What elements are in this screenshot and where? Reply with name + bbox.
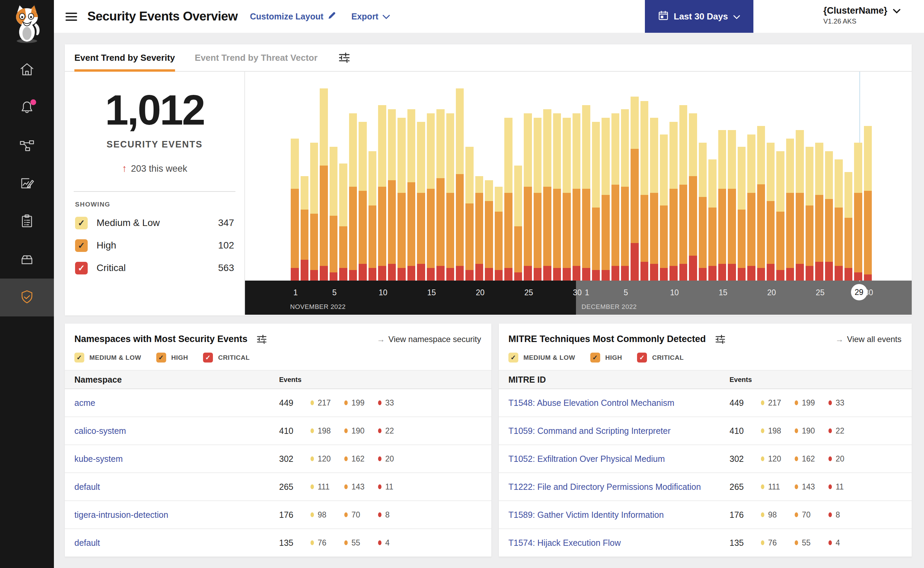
- bar-nov-17[interactable]: [446, 72, 456, 281]
- bar-dec-7[interactable]: [641, 72, 650, 281]
- checkbox-checked[interactable]: ✓: [156, 353, 166, 363]
- bar-dec-11[interactable]: [679, 72, 689, 281]
- filter-legend-item[interactable]: ✓MEDIUM & LOW: [508, 353, 575, 363]
- tab-event-trend-by-threat-vector[interactable]: Event Trend by Threat Vector: [195, 44, 318, 71]
- chart-settings-icon[interactable]: [338, 52, 350, 63]
- bar-nov-21[interactable]: [485, 72, 494, 281]
- mitre-technique-link[interactable]: T1589: Gather Victim Identity Informatio…: [508, 510, 730, 520]
- sidebar-item-compliance[interactable]: [0, 203, 54, 241]
- sidebar-item-alerts[interactable]: [0, 89, 54, 127]
- checkbox-checked[interactable]: ✓: [590, 353, 600, 363]
- bar-nov-5[interactable]: [330, 72, 339, 281]
- bar-nov-8[interactable]: [359, 72, 368, 281]
- filter-legend-item[interactable]: ✓CRITICAL: [637, 353, 684, 363]
- bar-dec-20[interactable]: [767, 72, 776, 281]
- bar-nov-27[interactable]: [543, 72, 553, 281]
- bar-nov-20[interactable]: [475, 72, 485, 281]
- filter-legend-item[interactable]: ✓HIGH: [590, 353, 623, 363]
- severity-legend-item[interactable]: ✓Critical563: [75, 260, 234, 276]
- checkbox-checked[interactable]: ✓: [75, 239, 88, 252]
- bar-nov-15[interactable]: [427, 72, 436, 281]
- namespace-link[interactable]: calico-system: [74, 426, 279, 436]
- bar-nov-3[interactable]: [310, 72, 320, 281]
- bar-dec-29[interactable]: [854, 72, 864, 281]
- bar-dec-6[interactable]: [630, 72, 640, 281]
- filter-legend-item[interactable]: ✓MEDIUM & LOW: [74, 353, 141, 363]
- bar-nov-9[interactable]: [368, 72, 378, 281]
- bar-nov-24[interactable]: [514, 72, 524, 281]
- checkbox-checked[interactable]: ✓: [74, 353, 84, 363]
- namespace-link[interactable]: default: [74, 482, 279, 492]
- bar-nov-2[interactable]: [301, 72, 310, 281]
- bar-nov-18[interactable]: [456, 72, 466, 281]
- calico-cat-logo[interactable]: [0, 0, 54, 51]
- bar-dec-4[interactable]: [612, 72, 621, 281]
- checkbox-checked[interactable]: ✓: [508, 353, 518, 363]
- bar-dec-26[interactable]: [825, 72, 835, 281]
- axis-tick-highlighted[interactable]: 29: [851, 284, 867, 301]
- bar-nov-16[interactable]: [436, 72, 446, 281]
- bar-nov-11[interactable]: [388, 72, 398, 281]
- namespaces-settings-icon[interactable]: [256, 334, 267, 344]
- bar-nov-7[interactable]: [349, 72, 359, 281]
- export-button[interactable]: Export: [351, 12, 390, 21]
- bar-dec-14[interactable]: [708, 72, 718, 281]
- bar-dec-1[interactable]: [582, 72, 592, 281]
- bar-dec-9[interactable]: [660, 72, 669, 281]
- bar-dec-12[interactable]: [689, 72, 698, 281]
- view-all-events-link[interactable]: → View all events: [835, 334, 901, 344]
- bar-nov-4[interactable]: [320, 72, 329, 281]
- bar-nov-29[interactable]: [563, 72, 572, 281]
- view-namespace-security-link[interactable]: → View namespace security: [377, 334, 481, 344]
- bar-nov-23[interactable]: [504, 72, 514, 281]
- tab-event-trend-by-severity[interactable]: Event Trend by Severity: [74, 44, 175, 71]
- bar-dec-13[interactable]: [699, 72, 708, 281]
- bar-dec-27[interactable]: [835, 72, 844, 281]
- bar-dec-15[interactable]: [718, 72, 728, 281]
- mitre-technique-link[interactable]: T1574: Hijack Execution Flow: [508, 538, 730, 548]
- bar-dec-16[interactable]: [728, 72, 737, 281]
- bar-dec-23[interactable]: [796, 72, 805, 281]
- bar-dec-8[interactable]: [650, 72, 660, 281]
- bar-nov-6[interactable]: [339, 72, 349, 281]
- bar-dec-21[interactable]: [776, 72, 786, 281]
- bar-nov-14[interactable]: [417, 72, 427, 281]
- date-range-button[interactable]: Last 30 Days: [645, 0, 754, 33]
- sidebar-item-topology[interactable]: [0, 127, 54, 165]
- bar-nov-25[interactable]: [524, 72, 533, 281]
- bar-dec-19[interactable]: [757, 72, 767, 281]
- mitre-settings-icon[interactable]: [715, 334, 726, 344]
- bar-dec-24[interactable]: [806, 72, 815, 281]
- stacked-bars[interactable]: [291, 72, 873, 281]
- bar-dec-5[interactable]: [621, 72, 630, 281]
- filter-legend-item[interactable]: ✓HIGH: [156, 353, 188, 363]
- bar-nov-13[interactable]: [407, 72, 417, 281]
- cluster-selector[interactable]: {ClusterName} V1.26 AKS: [823, 6, 900, 25]
- bar-dec-17[interactable]: [738, 72, 747, 281]
- filter-legend-item[interactable]: ✓CRITICAL: [203, 353, 250, 363]
- sidebar-item-security-events[interactable]: [0, 278, 54, 316]
- checkbox-checked[interactable]: ✓: [203, 353, 213, 363]
- bar-nov-19[interactable]: [466, 72, 475, 281]
- namespace-link[interactable]: default: [74, 538, 279, 548]
- bar-nov-22[interactable]: [495, 72, 504, 281]
- bar-dec-18[interactable]: [747, 72, 757, 281]
- bar-nov-28[interactable]: [553, 72, 563, 281]
- bar-dec-10[interactable]: [669, 72, 679, 281]
- bar-nov-10[interactable]: [378, 72, 387, 281]
- mitre-technique-link[interactable]: T1059: Command and Scripting Interpreter: [508, 426, 730, 436]
- bar-dec-25[interactable]: [815, 72, 825, 281]
- bar-dec-30[interactable]: [864, 72, 873, 281]
- checkbox-checked[interactable]: ✓: [75, 217, 88, 230]
- bar-dec-2[interactable]: [592, 72, 601, 281]
- mitre-technique-link[interactable]: T1222: File and Directory Permissions Mo…: [508, 482, 730, 492]
- namespace-link[interactable]: acme: [74, 398, 279, 408]
- severity-legend-item[interactable]: ✓High102: [75, 237, 234, 253]
- severity-legend-item[interactable]: ✓Medium & Low347: [75, 215, 234, 231]
- mitre-technique-link[interactable]: T1052: Exfiltration Over Physical Medium: [508, 454, 730, 464]
- sidebar-item-policies[interactable]: [0, 165, 54, 203]
- bar-dec-28[interactable]: [844, 72, 854, 281]
- bar-nov-30[interactable]: [573, 72, 582, 281]
- sidebar-item-home[interactable]: [0, 51, 54, 89]
- checkbox-checked[interactable]: ✓: [637, 353, 647, 363]
